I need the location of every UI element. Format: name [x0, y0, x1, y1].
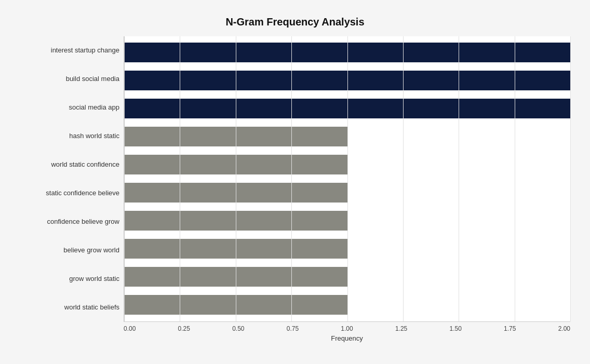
chart-container: N-Gram Frequency Analysis interest start… — [9, 6, 581, 359]
grid-line — [124, 36, 125, 321]
grid-line — [570, 36, 571, 321]
x-tick: 0.00 — [124, 325, 136, 332]
grid-line — [347, 36, 348, 321]
y-label: believe grow world — [20, 236, 119, 264]
chart-title: N-Gram Frequency Analysis — [20, 16, 570, 28]
grid-line — [291, 36, 292, 321]
plot-area — [124, 36, 570, 322]
y-label: grow world static — [20, 265, 119, 293]
x-tick: 1.00 — [341, 325, 353, 332]
y-label: hash world static — [20, 122, 119, 150]
chart-area: interest startup changebuild social medi… — [20, 36, 570, 322]
y-label: confidence believe grow — [20, 208, 119, 236]
x-axis: 0.000.250.500.751.001.251.501.752.00 — [124, 322, 570, 332]
y-label: world static beliefs — [20, 293, 119, 321]
y-label: static confidence believe — [20, 179, 119, 207]
y-label: social media app — [20, 93, 119, 122]
grid-line — [236, 36, 236, 321]
x-axis-label: Frequency — [124, 334, 570, 342]
x-tick: 0.50 — [232, 325, 244, 332]
x-tick: 2.00 — [558, 325, 570, 332]
x-tick: 0.75 — [287, 325, 299, 332]
grid-line — [180, 36, 180, 321]
grid-line — [515, 36, 515, 321]
y-label: world static confidence — [20, 151, 119, 179]
x-tick: 1.50 — [449, 325, 461, 332]
x-tick: 0.25 — [178, 325, 190, 332]
y-label: interest startup change — [20, 36, 119, 64]
x-tick: 1.75 — [504, 325, 516, 332]
grid-line — [459, 36, 459, 321]
y-axis: interest startup changebuild social medi… — [20, 36, 124, 322]
x-tick: 1.25 — [395, 325, 407, 332]
bars-wrapper — [124, 36, 570, 322]
grid-line — [403, 36, 404, 321]
y-label: build social media — [20, 65, 119, 93]
